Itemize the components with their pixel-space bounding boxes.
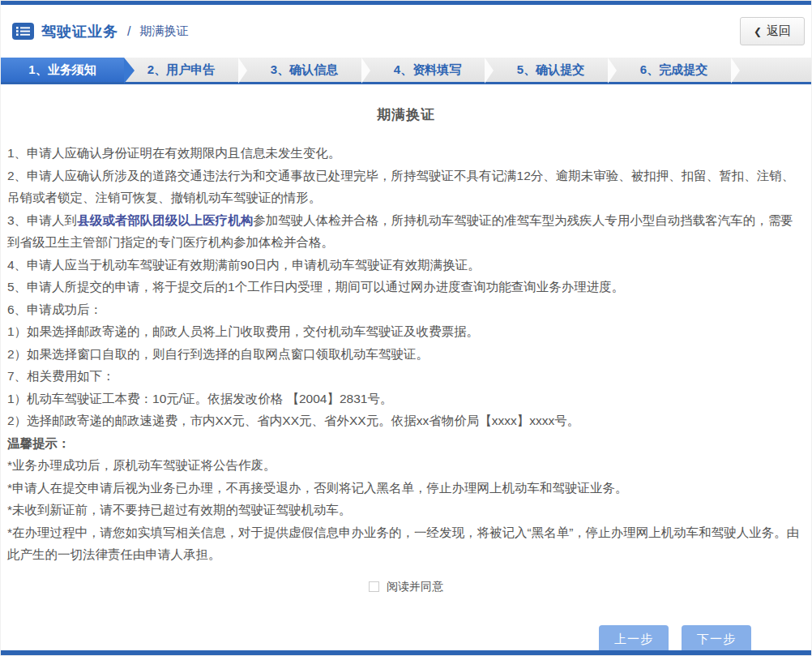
notice-line: 1、申请人应确认身份证明在有效期限内且信息未发生变化。 xyxy=(7,142,805,165)
notice-line: 6、申请成功后： xyxy=(7,298,805,321)
step-separator-icon xyxy=(731,58,740,84)
agreement-row: 阅读并同意 xyxy=(1,580,811,594)
notice-title: 期满换证 xyxy=(7,105,805,124)
notice-line: 2）如果选择窗口自取的，则自行到选择的自取网点窗口领取机动车驾驶证。 xyxy=(7,343,805,366)
step-bar: 1、业务须知 2、用户申告 3、确认信息 4、资料填写 5、确认提交 6、完成提… xyxy=(1,58,811,84)
step-5-confirm-submit[interactable]: 5、确认提交 xyxy=(494,58,608,82)
tip-line: *申请人在提交申请后视为业务已办理，不再接受退办，否则将记入黑名单，停止办理网上… xyxy=(7,477,805,500)
step-label: 4、资料填写 xyxy=(394,62,461,78)
prev-step-button[interactable]: 上一步 xyxy=(599,625,669,654)
notice-line: 7、相关费用如下： xyxy=(7,365,805,388)
agree-checkbox[interactable] xyxy=(369,581,379,592)
notice-content: 期满换证 1、申请人应确认身份证明在有效期限内且信息未发生变化。 2、申请人应确… xyxy=(1,105,811,566)
step-label: 6、完成提交 xyxy=(640,62,707,78)
step-label: 2、用户申告 xyxy=(147,62,215,78)
step-separator-icon xyxy=(608,58,617,84)
notice-line: 1）机动车驾驶证工本费：10元/证。依据发改价格 【2004】2831号。 xyxy=(7,388,805,410)
step-2-user-declaration[interactable]: 2、用户申告 xyxy=(124,58,238,82)
step-bar-filler xyxy=(740,58,811,82)
step-label: 3、确认信息 xyxy=(271,62,338,78)
step-6-complete-submit[interactable]: 6、完成提交 xyxy=(617,58,731,82)
list-icon xyxy=(12,23,34,40)
bottom-accent-bar xyxy=(1,650,811,655)
back-button[interactable]: ❮ 返回 xyxy=(740,17,805,45)
step-separator-icon xyxy=(238,58,247,84)
footer-buttons: 上一步 下一步 xyxy=(1,625,811,654)
tip-line: *在办理过程中，请您如实填写相关信息，对于提供虚假信息申办业务的，一经发现，将被… xyxy=(7,521,805,566)
notice-line: 2）选择邮政寄递的邮政速递费，市内XX元、省内XX元、省外XX元。依据xx省物价… xyxy=(7,409,805,432)
notice-line: 1）如果选择邮政寄递的，邮政人员将上门收取费用，交付机动车驾驶证及收费票据。 xyxy=(7,320,805,343)
tip-line: *未收到新证前，请不要持已超过有效期的驾驶证驾驶机动车。 xyxy=(7,499,805,521)
header: 驾驶证业务 / 期满换证 ❮ 返回 xyxy=(1,5,811,58)
notice-line: 3、申请人到县级或者部队团级以上医疗机构参加驾驶人体检并合格，所持机动车驾驶证的… xyxy=(7,209,805,254)
breadcrumb-current: 期满换证 xyxy=(139,24,188,39)
back-button-label: 返回 xyxy=(767,24,791,39)
chevron-left-icon: ❮ xyxy=(754,26,762,37)
step-label: 1、业务须知 xyxy=(28,62,96,78)
notice-line: 2、申请人应确认所涉及的道路交通违法行为和交通事故已处理完毕，所持驾驶证不具有记… xyxy=(7,165,805,209)
agree-label[interactable]: 阅读并同意 xyxy=(387,580,443,594)
step-separator-icon xyxy=(361,58,370,84)
step-1-business-notice[interactable]: 1、业务须知 xyxy=(1,58,124,82)
notice-line: 4、申请人应当于机动车驾驶证有效期满前90日内，申请机动车驾驶证有效期满换证。 xyxy=(7,254,805,277)
page-title: 驾驶证业务 xyxy=(41,22,118,41)
breadcrumb-separator: / xyxy=(127,24,130,39)
tips-title: 温馨提示： xyxy=(7,432,805,455)
step-3-confirm-info[interactable]: 3、确认信息 xyxy=(247,58,361,82)
notice-line: 5、申请人所提交的申请，将于提交后的1个工作日内受理，期间可以通过网办进度查询功… xyxy=(7,276,805,298)
notice-line3-bold-medical: 县级或者部队团级以上医疗机构 xyxy=(77,213,253,227)
breadcrumb: 驾驶证业务 / 期满换证 xyxy=(12,22,188,41)
step-label: 5、确认提交 xyxy=(517,62,584,78)
tip-line: *业务办理成功后，原机动车驾驶证将公告作废。 xyxy=(7,454,805,477)
notice-line3-prefix: 3、申请人到 xyxy=(7,213,77,227)
next-step-button[interactable]: 下一步 xyxy=(682,625,751,654)
step-separator-icon xyxy=(485,58,494,84)
step-4-fill-materials[interactable]: 4、资料填写 xyxy=(370,58,485,82)
page: 驾驶证业务 / 期满换证 ❮ 返回 1、业务须知 2、用户申告 3、确认信息 4… xyxy=(0,0,812,656)
